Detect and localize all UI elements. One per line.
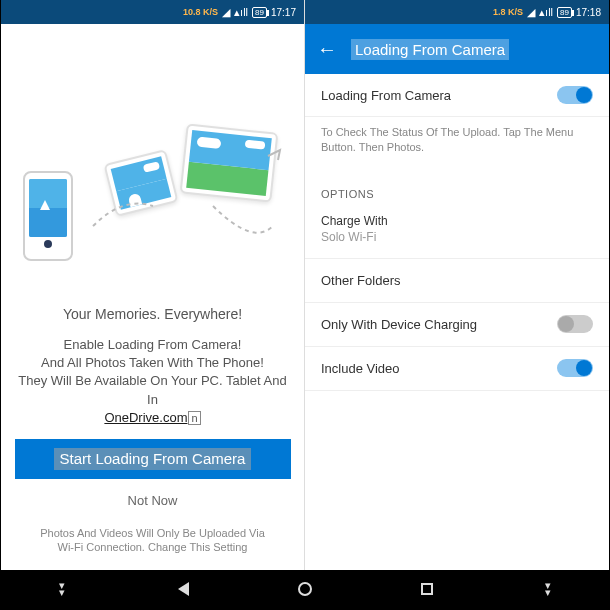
n-suffix: n: [188, 411, 200, 425]
main-toggle[interactable]: [557, 86, 593, 104]
charge-with-row[interactable]: Charge With Solo Wi-Fi: [305, 208, 609, 259]
nav-recent-icon[interactable]: [407, 583, 447, 595]
start-loading-label: Start Loading From Camera: [54, 448, 252, 470]
battery-indicator: 89: [557, 7, 572, 18]
wifi-icon: ◢: [222, 6, 230, 19]
clock: 17:18: [576, 7, 601, 18]
not-now-button[interactable]: Not Now: [128, 493, 178, 508]
charge-with-label: Charge With: [321, 214, 593, 228]
start-loading-button[interactable]: Start Loading From Camera: [15, 439, 291, 479]
only-charging-toggle[interactable]: [557, 315, 593, 333]
nav-more-left-icon[interactable]: ▾▾: [42, 582, 82, 595]
main-toggle-label: Loading From Camera: [321, 88, 451, 103]
other-folders-label: Other Folders: [321, 273, 400, 288]
nav-more-right-icon[interactable]: ▾▾: [528, 582, 568, 595]
settings-content: Loading From Camera To Check The Status …: [305, 74, 609, 570]
android-nav-bar: ▾▾ ▾▾: [1, 570, 609, 608]
options-section-header: OPTIONS: [305, 172, 609, 208]
include-video-toggle[interactable]: [557, 359, 593, 377]
onedrive-link[interactable]: OneDrive.com: [104, 410, 187, 425]
battery-indicator: 89: [252, 7, 267, 18]
onboarding-content: Your Memories. Everywhere! Enable Loadin…: [1, 24, 304, 570]
charge-with-value: Solo Wi-Fi: [321, 230, 593, 244]
status-bar-right: 1.8 K/S ◢ ▴ıll 89 17:18: [305, 0, 609, 24]
wifi-icon: ◢: [527, 6, 535, 19]
main-toggle-row[interactable]: Loading From Camera: [305, 74, 609, 117]
settings-header: ← Loading From Camera: [305, 24, 609, 74]
include-video-row[interactable]: Include Video: [305, 347, 609, 391]
only-charging-label: Only With Device Charging: [321, 317, 477, 332]
photo-card-1: [103, 149, 178, 217]
network-speed: 1.8 K/S: [493, 7, 523, 17]
enable-line-3: They Will Be Available On Your PC. Table…: [17, 372, 288, 408]
other-folders-row[interactable]: Other Folders: [305, 259, 609, 303]
camera-upload-illustration: [13, 86, 293, 266]
include-video-label: Include Video: [321, 361, 400, 376]
memories-heading: Your Memories. Everywhere!: [63, 306, 242, 322]
network-speed: 10.8 K/S: [183, 7, 218, 17]
phone-graphic: [23, 171, 73, 261]
signal-icon: ▴ıll: [234, 6, 248, 19]
nav-back-icon[interactable]: [163, 582, 203, 596]
enable-line-1: Enable Loading From Camera!: [17, 336, 288, 354]
footer-line-2: Wi-Fi Connection. Change This Setting: [40, 540, 265, 554]
settings-screen: 1.8 K/S ◢ ▴ıll 89 17:18 ← Loading From C…: [305, 0, 609, 570]
footer-note: Photos And Videos Will Only Be Uploaded …: [40, 526, 265, 555]
status-hint-text: To Check The Status Of The Upload. Tap T…: [305, 117, 609, 172]
enable-description: Enable Loading From Camera! And All Phot…: [13, 336, 292, 427]
header-title: Loading From Camera: [351, 39, 509, 60]
signal-icon: ▴ıll: [539, 6, 553, 19]
nav-home-icon[interactable]: [285, 582, 325, 596]
back-arrow-icon[interactable]: ←: [317, 38, 337, 61]
clock: 17:17: [271, 7, 296, 18]
status-bar-left: 10.8 K/S ◢ ▴ıll 89 17:17: [1, 0, 304, 24]
only-charging-row[interactable]: Only With Device Charging: [305, 303, 609, 347]
footer-line-1: Photos And Videos Will Only Be Uploaded …: [40, 526, 265, 540]
onboarding-screen: 10.8 K/S ◢ ▴ıll 89 17:17: [1, 0, 305, 570]
enable-line-2: And All Photos Taken With The Phone!: [17, 354, 288, 372]
photo-card-2: [179, 123, 278, 202]
